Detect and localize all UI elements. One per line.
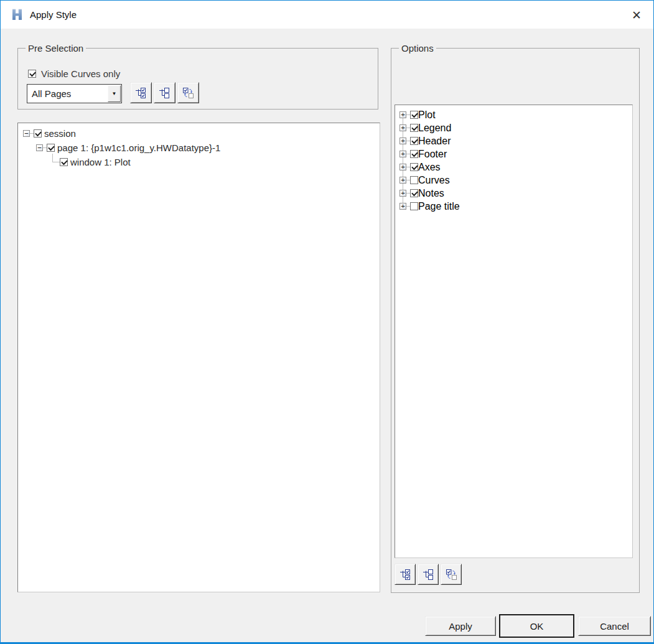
invert-selection-icon bbox=[446, 569, 457, 581]
cancel-button[interactable]: Cancel bbox=[578, 616, 651, 636]
close-button[interactable]: ✕ bbox=[626, 5, 647, 25]
curves-checkbox[interactable] bbox=[410, 176, 418, 184]
options-group-label: Options bbox=[399, 43, 436, 54]
window-checkbox[interactable] bbox=[60, 158, 68, 166]
close-icon: ✕ bbox=[632, 8, 642, 22]
dropdown-arrow-icon: ▼ bbox=[112, 91, 117, 96]
options-tree-item-footer[interactable]: + Footer bbox=[395, 147, 632, 161]
expand-icon[interactable]: + bbox=[399, 151, 406, 157]
page-title-checkbox[interactable] bbox=[410, 202, 418, 210]
options-item-label[interactable]: Axes bbox=[418, 162, 441, 173]
options-tree-item-plot[interactable]: + Plot bbox=[395, 108, 632, 121]
page-checkbox[interactable] bbox=[47, 144, 55, 152]
legend-checkbox[interactable] bbox=[410, 124, 418, 132]
axes-checkbox[interactable] bbox=[410, 163, 418, 171]
expand-icon[interactable]: + bbox=[399, 203, 406, 210]
visible-curves-row: Visible Curves only bbox=[28, 68, 120, 79]
session-checkbox[interactable] bbox=[34, 129, 42, 138]
options-item-label[interactable]: Footer bbox=[418, 149, 447, 160]
tree-check-all-icon bbox=[399, 569, 411, 581]
cancel-button-label: Cancel bbox=[600, 621, 629, 632]
pre-selection-group-label: Pre Selection bbox=[26, 43, 86, 54]
session-tree-panel: − session − page 1: {p1w1c1.orig_y.HWDat… bbox=[17, 123, 380, 592]
options-tree-item-notes[interactable]: + Notes bbox=[395, 187, 632, 200]
options-item-label[interactable]: Notes bbox=[418, 188, 444, 199]
ok-button-label: OK bbox=[530, 621, 544, 632]
apply-button[interactable]: Apply bbox=[425, 616, 496, 636]
options-item-label[interactable]: Plot bbox=[418, 110, 436, 121]
options-item-label[interactable]: Header bbox=[418, 136, 451, 147]
page-scope-combobox[interactable]: All Pages ▼ bbox=[27, 84, 122, 103]
expand-icon[interactable]: + bbox=[399, 164, 406, 170]
invert-selection-icon bbox=[182, 87, 194, 99]
ok-button[interactable]: OK bbox=[499, 614, 574, 638]
header-checkbox[interactable] bbox=[410, 137, 418, 145]
session-tree-item-window[interactable]: window 1: Plot bbox=[18, 155, 380, 169]
tree-elbow-connector bbox=[49, 155, 56, 169]
session-tree-item-session[interactable]: − session bbox=[18, 126, 380, 141]
expand-icon[interactable]: + bbox=[399, 177, 406, 184]
check-all-button[interactable] bbox=[130, 82, 152, 103]
options-tree-panel: + Plot + Legend + Header + Footer + bbox=[395, 105, 633, 558]
options-tree-item-header[interactable]: + Header bbox=[395, 134, 632, 147]
expand-icon[interactable]: + bbox=[399, 124, 406, 131]
window-item-label[interactable]: window 1: Plot bbox=[70, 157, 131, 167]
options-tree-item-page-title[interactable]: + Page title bbox=[395, 200, 632, 213]
tree-check-all-icon bbox=[135, 87, 147, 99]
session-item-label[interactable]: session bbox=[44, 128, 76, 139]
expand-icon[interactable]: + bbox=[399, 190, 406, 197]
notes-checkbox[interactable] bbox=[410, 189, 418, 197]
expand-icon[interactable]: + bbox=[399, 111, 406, 118]
options-tree-item-curves[interactable]: + Curves bbox=[395, 174, 632, 187]
expand-icon[interactable]: + bbox=[399, 138, 406, 144]
tree-uncheck-all-icon bbox=[423, 569, 434, 581]
page-item-label[interactable]: page 1: {p1w1c1.orig_y.HWDatatype}-1 bbox=[57, 142, 220, 153]
footer-checkbox[interactable] bbox=[410, 150, 418, 158]
window-title: Apply Style bbox=[30, 1, 77, 29]
options-item-label[interactable]: Curves bbox=[418, 175, 450, 186]
uncheck-all-button[interactable] bbox=[154, 82, 175, 103]
tree-uncheck-all-icon bbox=[159, 87, 171, 99]
options-uncheck-all-button[interactable] bbox=[418, 564, 439, 585]
combobox-value: All Pages bbox=[32, 85, 71, 103]
apply-button-label: Apply bbox=[449, 621, 472, 632]
combobox-dropdown-button[interactable]: ▼ bbox=[108, 85, 121, 102]
collapse-icon[interactable]: − bbox=[23, 130, 30, 137]
invert-selection-button[interactable] bbox=[177, 82, 199, 103]
options-invert-selection-button[interactable] bbox=[441, 564, 462, 585]
session-tree-item-page[interactable]: − page 1: {p1w1c1.orig_y.HWDatatype}-1 bbox=[18, 141, 380, 155]
visible-curves-label: Visible Curves only bbox=[41, 68, 120, 79]
plot-checkbox[interactable] bbox=[410, 111, 418, 119]
titlebar[interactable]: Apply Style ✕ bbox=[1, 1, 653, 29]
collapse-icon[interactable]: − bbox=[36, 144, 43, 151]
hyperworks-logo-icon bbox=[11, 8, 24, 21]
options-item-label[interactable]: Page title bbox=[418, 201, 460, 212]
options-item-label[interactable]: Legend bbox=[418, 123, 451, 134]
visible-curves-checkbox[interactable] bbox=[28, 70, 36, 78]
options-check-all-button[interactable] bbox=[395, 564, 416, 585]
options-tree-item-legend[interactable]: + Legend bbox=[395, 121, 632, 134]
apply-style-dialog: Apply Style ✕ Pre Selection Visible Curv… bbox=[0, 0, 654, 644]
options-tree-item-axes[interactable]: + Axes bbox=[395, 161, 632, 174]
